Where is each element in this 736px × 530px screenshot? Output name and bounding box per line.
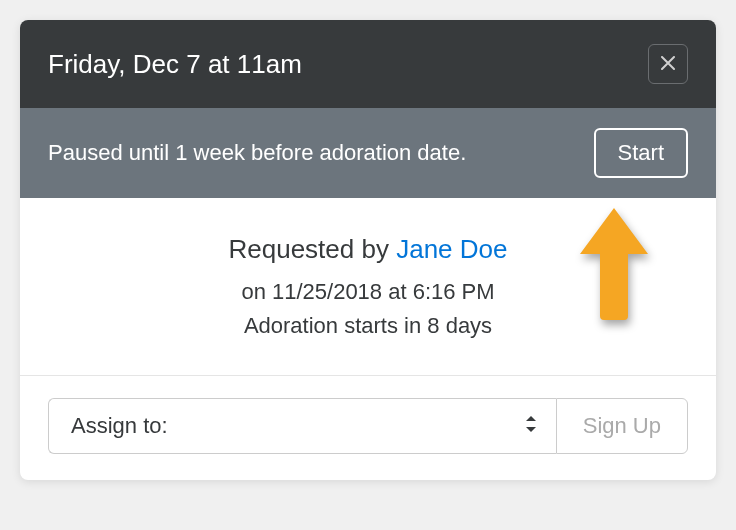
signup-button[interactable]: Sign Up — [556, 398, 688, 454]
requested-prefix: Requested by — [229, 234, 397, 264]
card-title: Friday, Dec 7 at 11am — [48, 49, 302, 80]
sort-icon — [524, 414, 538, 438]
adoration-card: Friday, Dec 7 at 11am Paused until 1 wee… — [20, 20, 716, 480]
status-text: Paused until 1 week before adoration dat… — [48, 140, 466, 166]
card-footer: Assign to: Sign Up — [20, 376, 716, 480]
close-icon — [661, 54, 675, 75]
status-bar: Paused until 1 week before adoration dat… — [20, 108, 716, 198]
assign-select[interactable]: Assign to: — [48, 398, 556, 454]
start-button[interactable]: Start — [594, 128, 688, 178]
requested-by-line: Requested by Jane Doe — [48, 234, 688, 265]
card-header: Friday, Dec 7 at 11am — [20, 20, 716, 108]
request-timestamp: on 11/25/2018 at 6:16 PM — [48, 279, 688, 305]
assign-label: Assign to: — [71, 413, 168, 439]
close-button[interactable] — [648, 44, 688, 84]
requester-link[interactable]: Jane Doe — [396, 234, 507, 264]
card-body: Requested by Jane Doe on 11/25/2018 at 6… — [20, 198, 716, 376]
countdown-text: Adoration starts in 8 days — [48, 313, 688, 339]
